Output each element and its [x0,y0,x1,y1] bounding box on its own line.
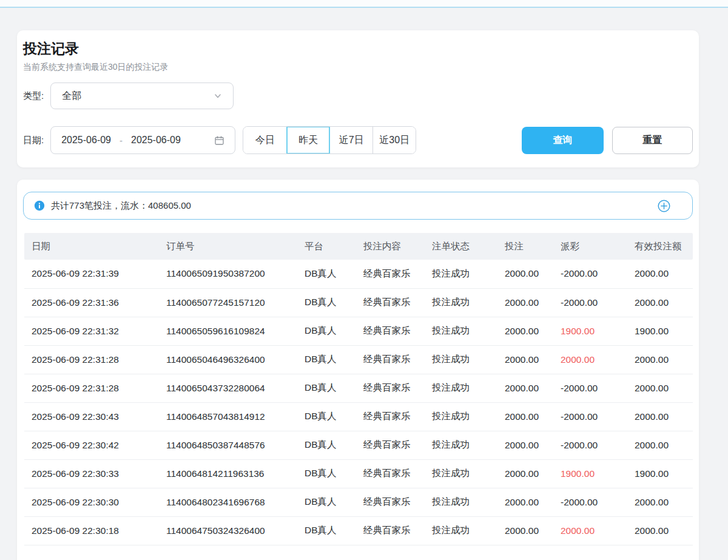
cell-content: 经典百家乐 [356,260,425,288]
cell-order_no: 1140065059616109824 [159,317,297,345]
cell-valid: 2000.00 [627,374,693,402]
cell-bet: 2000.00 [497,345,553,374]
cell-content: 经典百家乐 [356,516,425,545]
quick-range-button-1[interactable]: 昨天 [286,127,329,153]
table-row: 2025-06-09 22:30:331140064814211963136DB… [24,459,693,488]
cell-order_no: 1140065046496326400 [159,345,297,374]
cell-bet: 2000.00 [497,374,553,402]
date-end-value: 2025-06-09 [131,135,181,146]
cell-payout: -2000.00 [553,431,627,459]
type-label: 类型: [23,90,44,102]
cell-order_no: 1140065091950387200 [159,260,297,288]
cell-content: 经典百家乐 [356,288,425,317]
cell-valid: 2000.00 [627,488,693,516]
quick-range-button-0[interactable]: 今日 [243,127,286,153]
table-header-row: 日期订单号平台投注内容注单状态投注派彩有效投注额 [24,233,693,260]
cell-order_no: 1140064750324326400 [159,516,297,545]
cell-payout: -2000.00 [553,288,627,317]
cell-status: 投注成功 [425,374,497,402]
cell-date: 2025-06-09 22:30:43 [24,402,159,431]
cell-status: 投注成功 [425,516,497,545]
column-header-0: 日期 [24,233,159,260]
quick-range-button-3[interactable]: 近30日 [372,127,416,153]
cell-status: 投注成功 [425,402,497,431]
cell-platform: DB真人 [297,345,356,374]
cell-order_no: 1140064802341696768 [159,488,297,516]
column-header-6: 派彩 [553,233,627,260]
column-header-4: 注单状态 [425,233,497,260]
date-start-value: 2025-06-09 [61,135,111,146]
cell-payout: 2000.00 [553,345,627,374]
cell-valid: 2000.00 [627,402,693,431]
query-button[interactable]: 查询 [522,127,604,154]
top-bar [0,0,728,7]
cell-valid: 1900.00 [627,317,693,345]
cell-platform: DB真人 [297,288,356,317]
cell-payout: -2000.00 [553,488,627,516]
cell-platform: DB真人 [297,459,356,488]
chevron-down-icon [214,92,222,100]
table-row: 2025-06-09 22:31:281140065043732280064DB… [24,374,693,402]
type-select[interactable]: 全部 [50,83,234,109]
table-row: 2025-06-09 22:31:281140065046496326400DB… [24,345,693,374]
cell-status: 投注成功 [425,288,497,317]
cell-payout: -2000.00 [553,260,627,288]
cell-date: 2025-06-09 22:30:18 [24,516,159,545]
cell-content: 经典百家乐 [356,459,425,488]
cell-content: 经典百家乐 [356,488,425,516]
quick-range-group: 今日昨天近7日近30日 [243,126,416,154]
cell-bet: 2000.00 [497,516,553,545]
cell-valid: 2000.00 [627,345,693,374]
table-row: 2025-06-09 22:30:431140064857043814912DB… [24,402,693,431]
date-filter-row: 日期: 2025-06-09 - 2025-06-09 今日昨天近7日近30日 … [23,126,693,154]
bet-records-table: 日期订单号平台投注内容注单状态投注派彩有效投注额 2025-06-09 22:3… [24,233,693,545]
cell-content: 经典百家乐 [356,374,425,402]
table-row: 2025-06-09 22:30:421140064850387448576DB… [24,431,693,459]
info-icon [34,200,45,211]
cell-status: 投注成功 [425,345,497,374]
expand-plus-icon[interactable] [658,200,670,212]
cell-status: 投注成功 [425,317,497,345]
cell-content: 经典百家乐 [356,345,425,374]
cell-date: 2025-06-09 22:30:30 [24,488,159,516]
cell-date: 2025-06-09 22:30:42 [24,431,159,459]
cell-valid: 2000.00 [627,516,693,545]
records-card: 共计773笔投注，流水：408605.00 日期订单号平台投注内容注单状态投注派… [17,180,699,560]
cell-order_no: 1140064814211963136 [159,459,297,488]
top-accent-line [0,7,728,8]
table-row: 2025-06-09 22:30:181140064750324326400DB… [24,516,693,545]
cell-status: 投注成功 [425,260,497,288]
reset-button[interactable]: 重置 [612,127,693,154]
column-header-5: 投注 [497,233,553,260]
cell-status: 投注成功 [425,431,497,459]
page-title: 投注记录 [23,38,693,59]
cell-bet: 2000.00 [497,431,553,459]
column-header-1: 订单号 [159,233,297,260]
cell-bet: 2000.00 [497,317,553,345]
table-row: 2025-06-09 22:31:391140065091950387200DB… [24,260,693,288]
table-row: 2025-06-09 22:31:321140065059616109824DB… [24,317,693,345]
cell-bet: 2000.00 [497,260,553,288]
cell-date: 2025-06-09 22:31:28 [24,345,159,374]
cell-date: 2025-06-09 22:31:28 [24,374,159,402]
cell-platform: DB真人 [297,516,356,545]
cell-bet: 2000.00 [497,459,553,488]
cell-platform: DB真人 [297,488,356,516]
cell-payout: -2000.00 [553,402,627,431]
cell-content: 经典百家乐 [356,431,425,459]
filter-card: 投注记录 当前系统支持查询最近30日的投注记录 类型: 全部 日期: 2025-… [17,30,699,167]
table-row: 2025-06-09 22:31:361140065077245157120DB… [24,288,693,317]
cell-platform: DB真人 [297,260,356,288]
cell-platform: DB真人 [297,374,356,402]
cell-valid: 2000.00 [627,431,693,459]
cell-valid: 2000.00 [627,288,693,317]
quick-range-button-2[interactable]: 近7日 [329,127,372,153]
cell-content: 经典百家乐 [356,402,425,431]
column-header-7: 有效投注额 [627,233,693,260]
date-label: 日期: [23,135,44,146]
table-body: 2025-06-09 22:31:391140065091950387200DB… [24,260,693,545]
type-filter-row: 类型: 全部 [23,83,693,109]
column-header-2: 平台 [297,233,356,260]
date-range-picker[interactable]: 2025-06-09 - 2025-06-09 [50,126,235,154]
cell-payout: 2000.00 [553,516,627,545]
